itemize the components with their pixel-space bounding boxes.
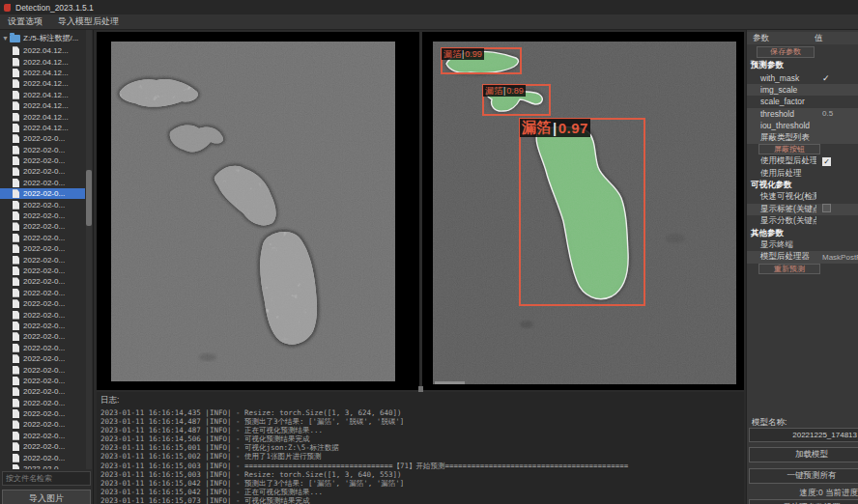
detection-label: 漏箔|0.99 [442,48,484,60]
param-label: threshold [747,109,816,119]
tree-item[interactable]: 2022-02-0... [0,452,85,462]
tree-item[interactable]: 2022-02-0... [0,266,85,276]
param-label: 使用后处理 [747,168,816,180]
params-inline-button[interactable]: 屏蔽按钮 [758,144,820,154]
tree-item[interactable]: 2022-02-0... [0,210,85,221]
params-row[interactable]: threshold0.5 [747,108,858,120]
title-bar: Detection_2023.1.5.1 [0,0,858,14]
tree-item[interactable]: 2022-02-0... [0,221,85,232]
log-console[interactable]: 日志: 2023-01-11 16:16:14,435 |INFO| - Res… [97,392,744,504]
tree-item[interactable]: 2022-02-0... [0,364,85,375]
param-value[interactable]: ✓ [816,73,858,83]
file-icon [13,387,19,396]
file-icon [13,366,19,375]
tree-item[interactable]: 2022-02-0... [0,419,85,430]
tree-item[interactable]: 2022.04.12... [0,56,85,67]
tree-item-label: 2022-02-0... [23,211,65,220]
tree-item[interactable]: 2022-02-0... [0,431,85,441]
tree-item[interactable]: 2022-02-0... [0,331,85,342]
menu-item[interactable]: 设置选项 [8,15,43,28]
tree-item[interactable]: 2022-02-0... [0,243,85,254]
menu-item[interactable]: 导入模型后处理 [58,15,119,28]
params-row[interactable]: scale_factor [747,96,858,107]
raw-image-panel[interactable] [97,32,419,390]
checkbox-unchecked-icon[interactable] [822,204,831,212]
tree-item-label: 2022.04.12... [23,58,69,67]
tree-item[interactable]: 2022-02-0... [0,178,85,188]
param-label: 可视化参数 [747,180,816,191]
tree-root-folder[interactable]: ▼ Z:/5-标注数据/... [2,32,85,44]
tree-item[interactable]: 2022-02-0... [0,376,85,386]
tree-item[interactable]: 2022-02-0... [0,386,85,397]
tree-item[interactable]: 2022-02-0... [0,398,85,408]
tree-item[interactable]: 2022.04.12... [0,45,85,56]
tree-item[interactable]: 2022-02-0... [0,309,85,320]
tree-item[interactable]: 2022-02-0... [0,188,85,199]
sidebar-scrollbar-handle[interactable] [86,170,92,226]
tree-item-label: 2022-02-0... [23,332,65,341]
params-inline-button[interactable]: 重新预测 [758,264,820,274]
param-label: iou_threshold [747,121,816,130]
load-model-button[interactable]: 加载模型 [749,447,858,462]
sidebar-scrollbar-track[interactable] [86,30,92,469]
file-icon [13,234,19,242]
tree-item[interactable]: 2022-02-0 [0,463,85,469]
tree-item[interactable]: 2022.04.12... [0,78,85,89]
postprocess-settings-button[interactable]: 后处理参数设置 [749,499,858,504]
checkbox-checked-icon[interactable]: ✓ [822,157,831,166]
params-row[interactable]: 使用后处理 [747,168,858,180]
tree-item-label: 2022-02-0... [23,256,65,265]
tree-item[interactable]: 2022-02-0... [0,155,85,166]
detection-score-text: 0.97 [558,120,588,136]
import-image-button[interactable]: 导入图片 [2,490,91,504]
tree-item[interactable]: 2022-02-0... [0,254,85,265]
params-row[interactable]: 显示终端 [747,239,858,251]
tree-item[interactable]: 2022-02-0... [0,353,85,364]
params-row[interactable]: 模型后处理器MaskPostPro [747,251,858,263]
chevron-down-icon[interactable]: ▼ [2,35,10,42]
params-row[interactable]: 显示分数(关键点) [747,215,858,227]
tree-item[interactable]: 2022-02-0... [0,321,85,331]
tree-item[interactable]: 2022.04.12... [0,100,85,111]
image-hscrollbar-handle[interactable] [435,381,465,384]
tree-item[interactable]: 2022.04.12... [0,68,85,78]
param-value[interactable]: 0.5 [816,109,858,118]
param-value[interactable]: MaskPostPro [816,253,858,262]
params-section-header: 可视化参数 [747,180,858,191]
params-row[interactable]: img_scale [747,84,858,96]
tree-item[interactable]: 2022.04.12... [0,111,85,122]
model-name-field[interactable]: 20221225_174813 [749,428,858,442]
params-row[interactable]: 重新预测 [747,264,858,275]
params-row[interactable]: 屏蔽类型列表 [747,131,858,143]
tree-item-label: 2022.04.12... [23,46,69,55]
params-row[interactable]: 使用模型后处理✓ [747,155,858,167]
tree-item[interactable]: 2022-02-0... [0,343,85,353]
tree-item[interactable]: 2022.04.12... [0,123,85,133]
predict-all-button[interactable]: 一键预测所有 [749,468,858,484]
tree-item[interactable]: 2022-02-0... [0,288,85,298]
params-row[interactable]: with_mask✓ [747,71,858,83]
tree-item[interactable]: 2022-02-0... [0,145,85,155]
params-row[interactable]: iou_threshold [747,120,858,131]
params-row[interactable]: 屏蔽按钮 [747,144,858,155]
tree-item[interactable]: 2022-02-0... [0,408,85,419]
tree-item[interactable]: 2022-02-0... [0,276,85,287]
tree-item[interactable]: 2022-02-0... [0,166,85,177]
search-input[interactable] [2,471,91,486]
tree-item[interactable]: 2022-02-0... [0,199,85,210]
tree-item-label: 2022-02-0... [23,377,65,385]
param-value[interactable] [816,204,858,214]
tree-item[interactable]: 2022-02-0... [0,233,85,243]
param-value[interactable]: ✓ [816,157,858,166]
prediction-image-panel[interactable]: 漏箔|0.99漏箔|0.89漏箔|0.97 [422,32,744,390]
tree-item-label: 2022-02-0... [23,234,65,242]
log-line: 2023-01-11 16:16:15,042 |INFO| - 正在可视化预测… [97,488,744,496]
params-row[interactable]: 显示标签(关键点) [747,204,858,215]
tree-item[interactable]: 2022.04.12... [0,90,85,100]
tree-item[interactable]: 2022-02-0... [0,133,85,144]
params-header-param: 参数 [747,33,815,44]
save-params-button[interactable]: 保存参数 [757,46,815,58]
tree-item[interactable]: 2022-02-0... [0,298,85,309]
params-row[interactable]: 快速可视化(检测) [747,191,858,203]
tree-item[interactable]: 2022-02-0... [0,441,85,452]
